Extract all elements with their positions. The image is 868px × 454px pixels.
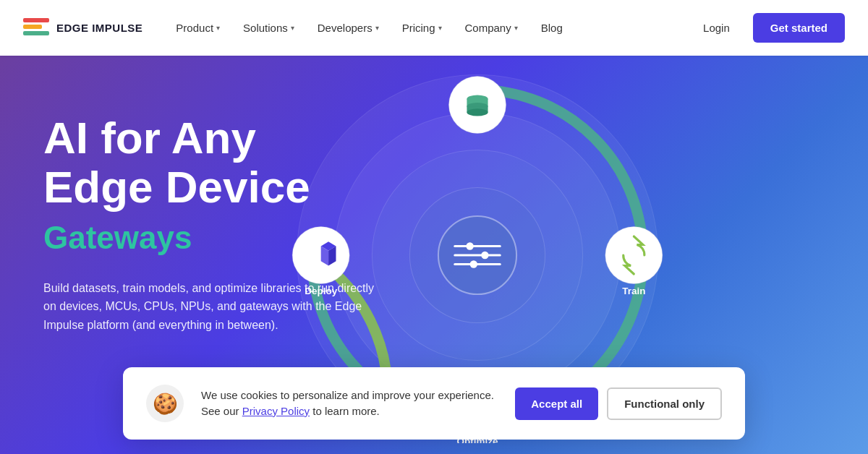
logo-stripe-red	[23, 18, 49, 22]
accept-all-button[interactable]: Accept all	[515, 387, 598, 420]
hero-description: Build datasets, train models, and optimi…	[43, 279, 376, 335]
cookie-text: We use cookies to personalize and improv…	[201, 387, 498, 420]
svg-point-18	[605, 226, 663, 283]
chevron-down-icon: ▾	[514, 24, 518, 32]
nav-item-developers[interactable]: Developers ▾	[307, 16, 389, 40]
chevron-down-icon: ▾	[216, 24, 220, 32]
get-started-button[interactable]: Get started	[753, 13, 845, 43]
cookie-icon: 🍪	[146, 385, 184, 422]
privacy-policy-link[interactable]: Privacy Policy	[242, 405, 310, 417]
logo-stripe-orange	[23, 25, 42, 29]
functional-only-button[interactable]: Functional only	[607, 387, 722, 420]
hero-subtitle: Gateways	[43, 220, 376, 255]
nav-links: Product ▾ Solutions ▾ Developers ▾ Prici…	[166, 16, 694, 40]
nav-right: Login Get started	[694, 13, 845, 43]
chevron-down-icon: ▾	[291, 24, 294, 32]
nav-item-solutions[interactable]: Solutions ▾	[233, 16, 305, 40]
logo-icon	[23, 18, 49, 38]
nav-item-blog[interactable]: Blog	[531, 16, 573, 40]
svg-point-8	[466, 242, 473, 249]
svg-point-10	[470, 260, 477, 267]
svg-point-9	[481, 251, 488, 258]
navbar: EDGE IMPULSE Product ▾ Solutions ▾ Devel…	[0, 0, 868, 56]
logo-stripe-green	[23, 31, 49, 35]
svg-text:Train: Train	[622, 286, 645, 296]
svg-text:Build: Build	[465, 119, 490, 129]
logo-text: EDGE IMPULSE	[56, 22, 142, 34]
nav-item-company[interactable]: Company ▾	[455, 16, 528, 40]
nav-item-product[interactable]: Product ▾	[166, 16, 230, 40]
chevron-down-icon: ▾	[438, 24, 442, 32]
cookie-banner: 🍪 We use cookies to personalize and impr…	[123, 367, 745, 440]
svg-point-16	[467, 108, 488, 116]
hero-text: AI for Any Edge Device Gateways Build da…	[43, 99, 376, 335]
logo-link[interactable]: EDGE IMPULSE	[23, 18, 142, 38]
login-button[interactable]: Login	[694, 16, 739, 40]
cookie-buttons: Accept all Functional only	[515, 387, 722, 420]
nav-item-pricing[interactable]: Pricing ▾	[392, 16, 452, 40]
hero-title: AI for Any Edge Device	[43, 113, 376, 212]
chevron-down-icon: ▾	[375, 24, 379, 32]
